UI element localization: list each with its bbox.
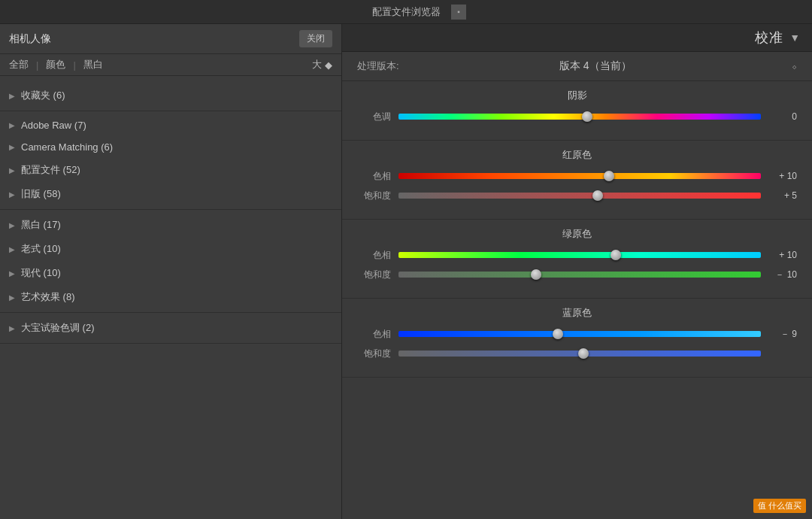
calibrate-collapse-arrow[interactable]: ▼	[789, 32, 800, 44]
filter-tabs: 全部 | 颜色 | 黑白 大 ◆	[0, 54, 341, 76]
green-section-title: 绿原色	[357, 227, 797, 241]
blue-section-title: 蓝原色	[357, 306, 797, 320]
shadow-hue-row: 色调 0	[357, 110, 797, 123]
top-bar-title: 配置文件浏览器	[372, 5, 441, 19]
red-hue-thumb[interactable]	[604, 171, 614, 181]
green-sat-track	[398, 272, 761, 278]
list-section-custom: ▶ 大宝试验色调 (2)	[0, 313, 341, 344]
size-arrow: ◆	[325, 59, 332, 71]
blue-hue-thumb[interactable]	[553, 329, 563, 339]
tab-all[interactable]: 全部	[9, 58, 29, 71]
red-sat-track-container[interactable]	[398, 189, 761, 202]
red-hue-row: 色相 + 10	[357, 169, 797, 183]
top-bar: 配置文件浏览器 ▪	[0, 0, 812, 24]
arrow-icon: ▶	[9, 293, 15, 302]
green-hue-row: 色相 + 10	[357, 248, 797, 262]
shadow-hue-value: 0	[768, 111, 797, 122]
list-item[interactable]: ▶ 配置文件 (52)	[0, 158, 341, 182]
processing-value: 版本 4（当前）	[399, 59, 792, 73]
red-sat-row: 饱和度 + 5	[357, 189, 797, 202]
calibrate-header: 校准 ▼	[342, 24, 812, 52]
green-sat-value: － 10	[768, 269, 797, 281]
green-sat-label: 饱和度	[357, 269, 391, 281]
list-item-label: 配置文件 (52)	[21, 163, 80, 177]
list-item-label: 收藏夹 (6)	[21, 89, 65, 102]
calibrate-title: 校准	[755, 29, 783, 47]
green-hue-track-container[interactable]	[398, 248, 761, 262]
watermark: 值 什么值买	[753, 499, 806, 513]
size-label: 大	[312, 58, 322, 71]
green-sat-thumb[interactable]	[531, 269, 541, 280]
list-item-label: 艺术效果 (8)	[21, 290, 75, 304]
blue-sat-row: 饱和度	[357, 347, 797, 360]
green-primary-section: 绿原色 色相 + 10 饱和度 － 10	[342, 220, 812, 299]
list-item-label: 旧版 (58)	[21, 187, 61, 201]
shadow-section: 阴影 色调 0	[342, 81, 812, 141]
list-item[interactable]: ▶ 艺术效果 (8)	[0, 285, 341, 309]
blue-sat-track-container[interactable]	[398, 347, 761, 360]
list-item[interactable]: ▶ Camera Matching (6)	[0, 136, 341, 158]
green-sat-row: 饱和度 － 10	[357, 268, 797, 281]
panel-header: 相机人像 关闭	[0, 24, 341, 54]
close-button[interactable]: 关闭	[299, 30, 332, 47]
blue-sat-label: 饱和度	[357, 348, 391, 360]
blue-hue-label: 色相	[357, 328, 391, 341]
red-hue-label: 色相	[357, 170, 391, 183]
arrow-icon: ▶	[9, 245, 15, 253]
panel-toggle-icon[interactable]: ▪	[451, 5, 466, 20]
left-panel: 相机人像 关闭 全部 | 颜色 | 黑白 大 ◆ ▶ 收藏夹 (6)	[0, 24, 342, 519]
arrow-icon: ▶	[9, 324, 15, 332]
shadow-hue-thumb[interactable]	[582, 111, 592, 122]
blue-primary-section: 蓝原色 色相 － 9 饱和度	[342, 299, 812, 378]
green-sat-track-container[interactable]	[398, 268, 761, 281]
tab-separator2: |	[73, 59, 75, 71]
list-item[interactable]: ▶ 大宝试验色调 (2)	[0, 316, 341, 340]
shadow-hue-track	[398, 114, 761, 120]
shadow-section-title: 阴影	[357, 89, 797, 102]
preset-list[interactable]: ▶ 收藏夹 (6) ▶ Adobe Raw (7) ▶ Camera Match…	[0, 76, 341, 519]
arrow-icon: ▶	[9, 143, 15, 151]
list-section-styles: ▶ 黑白 (17) ▶ 老式 (10) ▶ 现代 (10) ▶ 艺术效果 (8)	[0, 210, 341, 313]
processing-row: 处理版本: 版本 4（当前） ⬦	[342, 52, 812, 81]
size-control[interactable]: 大 ◆	[312, 58, 332, 71]
green-hue-label: 色相	[357, 249, 391, 262]
red-hue-track	[398, 173, 761, 179]
list-item[interactable]: ▶ 现代 (10)	[0, 261, 341, 285]
list-item[interactable]: ▶ 旧版 (58)	[0, 182, 341, 206]
list-item[interactable]: ▶ Adobe Raw (7)	[0, 114, 341, 136]
list-item-label: 老式 (10)	[21, 242, 61, 256]
green-hue-value: + 10	[768, 250, 797, 260]
list-item-label: 黑白 (17)	[21, 218, 61, 232]
list-section-profiles: ▶ Adobe Raw (7) ▶ Camera Matching (6) ▶ …	[0, 111, 341, 210]
list-item-label: 现代 (10)	[21, 266, 61, 280]
blue-hue-row: 色相 － 9	[357, 327, 797, 341]
arrow-icon: ▶	[9, 92, 15, 100]
tab-color[interactable]: 颜色	[46, 58, 65, 71]
panel-title: 相机人像	[9, 32, 51, 46]
blue-hue-track	[398, 331, 761, 337]
arrow-icon: ▶	[9, 121, 15, 129]
red-section-title: 红原色	[357, 148, 797, 162]
red-sat-track	[398, 193, 761, 199]
arrow-icon: ▶	[9, 166, 15, 175]
arrow-icon: ▶	[9, 221, 15, 229]
processing-label: 处理版本:	[357, 59, 399, 73]
blue-sat-thumb[interactable]	[578, 348, 589, 359]
list-item[interactable]: ▶ 黑白 (17)	[0, 213, 341, 237]
sliders-area: 阴影 色调 0 红原色 色相	[342, 81, 812, 519]
red-sat-value: + 5	[768, 190, 797, 201]
main-layout: 相机人像 关闭 全部 | 颜色 | 黑白 大 ◆ ▶ 收藏夹 (6)	[0, 24, 812, 519]
green-hue-thumb[interactable]	[611, 250, 621, 260]
processing-select-icon[interactable]: ⬦	[792, 61, 797, 71]
red-sat-label: 饱和度	[357, 190, 391, 202]
blue-hue-track-container[interactable]	[398, 327, 761, 341]
blue-hue-value: － 9	[768, 328, 797, 341]
shadow-hue-track-container[interactable]	[398, 110, 761, 123]
right-panel: 校准 ▼ 处理版本: 版本 4（当前） ⬦ 阴影 色调 0	[342, 24, 812, 519]
list-item[interactable]: ▶ 收藏夹 (6)	[0, 83, 341, 108]
list-item[interactable]: ▶ 老式 (10)	[0, 237, 341, 261]
red-sat-thumb[interactable]	[592, 190, 603, 201]
tab-blackwhite[interactable]: 黑白	[83, 58, 103, 71]
red-hue-track-container[interactable]	[398, 169, 761, 183]
red-hue-value: + 10	[768, 171, 797, 181]
